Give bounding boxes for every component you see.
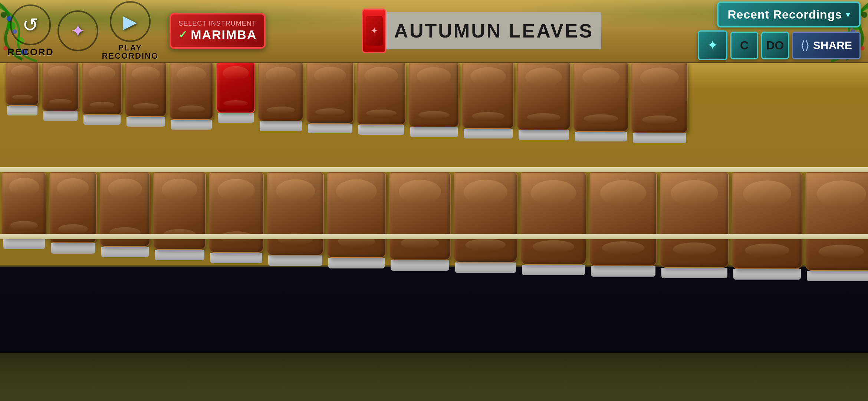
share-icon: ⟨⟩ [800, 38, 809, 52]
rail-top [0, 167, 868, 172]
select-instrument-label: SELECT INSTRUMENT [178, 20, 257, 27]
magic-icon-circle: ✦ [57, 10, 98, 51]
play-icon-circle: ▶ [110, 1, 151, 42]
song-title-area: ✦ AUTUMUN LEAVES [273, 9, 690, 53]
record-label: RECORD [7, 47, 54, 58]
marimba-visual [0, 58, 868, 265]
marimba-key-top-8[interactable] [357, 61, 406, 135]
record-icon-circle: ↺ [10, 4, 51, 45]
song-title: AUTUMUN LEAVES [394, 20, 593, 42]
left-controls: ↺ RECORD ✦ ▶ PLAY RECORDING [7, 1, 158, 61]
marimba-key-bottom-11[interactable] [660, 172, 729, 278]
marimba-key-top-9[interactable] [409, 61, 459, 137]
game-container: ↺ RECORD ✦ ▶ PLAY RECORDING SELECT INS [0, 0, 868, 401]
marimba-key-bottom-4[interactable] [209, 172, 264, 263]
share-label: SHARE [813, 39, 852, 52]
marimba-key-bottom-5[interactable] [267, 172, 324, 266]
marimba-key-top-5[interactable] [216, 61, 255, 123]
marimba-key-top-11[interactable] [517, 61, 571, 140]
marimba-key-top-0[interactable] [6, 61, 39, 115]
instrument-name: ✓ MARIMBA [178, 27, 257, 42]
note-c-label: C [740, 39, 749, 52]
play-sublabel: RECORDING [102, 52, 158, 61]
record-button[interactable]: ↺ RECORD [7, 4, 54, 58]
dark-base [0, 267, 868, 353]
svg-point-13 [860, 46, 865, 50]
check-icon: ✓ [178, 29, 188, 41]
marimba-key-top-7[interactable] [306, 61, 354, 133]
marimba-key-bottom-6[interactable] [327, 172, 386, 268]
marimba-key-top-10[interactable] [462, 61, 514, 138]
play-recording-button[interactable]: ▶ PLAY RECORDING [102, 1, 158, 61]
marimba-key-top-2[interactable] [82, 61, 122, 125]
magic-button[interactable]: ✦ [57, 10, 98, 51]
marimba-key-top-3[interactable] [125, 61, 167, 127]
svg-point-9 [861, 12, 867, 18]
marimba-key-bottom-3[interactable] [153, 172, 206, 260]
marimba-key-bottom-2[interactable] [100, 172, 150, 257]
highlighted-key-indicator: ✦ [362, 9, 386, 53]
marimba-key-top-1[interactable] [42, 61, 79, 121]
settings-icon-button[interactable]: ✦ [698, 30, 727, 60]
marimba-key-top-6[interactable] [258, 61, 303, 131]
marimba-key-bottom-13[interactable] [805, 172, 868, 281]
marimba-key-top-13[interactable] [631, 61, 688, 143]
dropdown-arrow-icon: ▾ [846, 9, 850, 20]
recent-recordings-button[interactable]: Recent Recordings ▾ [717, 1, 861, 27]
note-do-button[interactable]: DO [761, 32, 789, 59]
instrument-selector[interactable]: SELECT INSTRUMENT ✓ MARIMBA [170, 13, 266, 49]
marimba-key-top-12[interactable] [573, 61, 628, 141]
toolbar: ↺ RECORD ✦ ▶ PLAY RECORDING SELECT INS [0, 0, 868, 63]
rail-bottom [0, 234, 868, 239]
svg-point-2 [1, 12, 7, 18]
settings-icon: ✦ [707, 38, 718, 53]
note-c-button[interactable]: C [730, 32, 758, 59]
recent-recordings-label: Recent Recordings [727, 8, 842, 22]
marimba-key-top-4[interactable] [170, 61, 213, 130]
song-display: AUTUMUN LEAVES [386, 12, 601, 49]
marimba-key-bottom-8[interactable] [454, 172, 517, 273]
marimba-key-bottom-9[interactable] [520, 172, 586, 275]
marimba-key-bottom-1[interactable] [49, 172, 97, 254]
marimba-key-bottom-12[interactable] [732, 172, 802, 280]
note-do-label: DO [766, 39, 784, 52]
share-button[interactable]: ⟨⟩ SHARE [792, 32, 861, 59]
marimba-key-bottom-10[interactable] [589, 172, 657, 277]
bottom-strip [0, 353, 868, 401]
right-controls: Recent Recordings ▾ ✦ C DO ⟨⟩ SHARE [698, 1, 861, 60]
marimba-key-bottom-7[interactable] [389, 172, 451, 271]
